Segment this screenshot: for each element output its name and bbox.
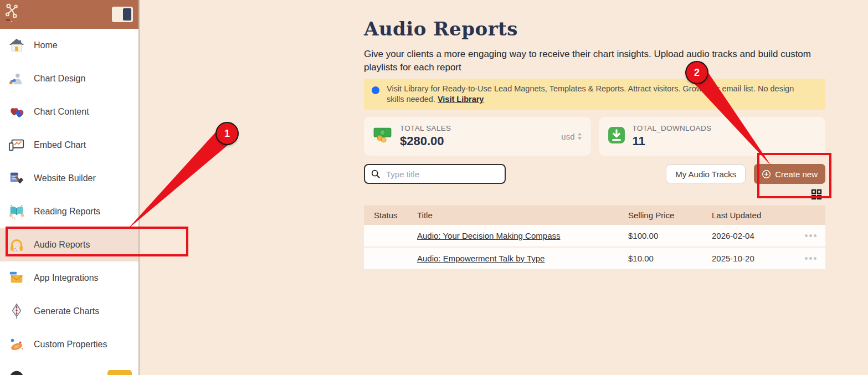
col-updated: Last Updated bbox=[712, 210, 789, 220]
col-title: Title bbox=[417, 210, 628, 220]
row-updated: 2025-10-20 bbox=[712, 254, 789, 263]
total-sales-texts: TOTAL SALES $280.00 bbox=[400, 124, 451, 148]
sidebar-item-custom-properties[interactable]: Custom Properties bbox=[0, 328, 138, 361]
sidebar-item-label: Chart Design bbox=[34, 74, 85, 84]
row-actions-menu[interactable] bbox=[789, 234, 825, 237]
audio-reports-table: Status Title Selling Price Last Updated … bbox=[364, 206, 825, 270]
sidebar-collapse-toggle[interactable] bbox=[112, 7, 133, 22]
my-audio-tracks-button[interactable]: My Audio Tracks bbox=[666, 165, 746, 183]
visit-library-link[interactable]: Visit Library bbox=[438, 95, 484, 104]
report-title-link[interactable]: Audio: Empowerment Talk by Type bbox=[417, 254, 628, 263]
reading-reports-icon bbox=[8, 203, 25, 220]
sidebar: Home Chart Design bbox=[0, 0, 140, 375]
sidebar-collapse-icon bbox=[123, 8, 131, 20]
currency-selector[interactable]: usd bbox=[561, 132, 582, 141]
row-actions-menu[interactable] bbox=[789, 257, 825, 260]
sidebar-item-chart-content[interactable]: Chart Content bbox=[0, 95, 138, 129]
row-price: $10.00 bbox=[628, 254, 712, 263]
page-title: Audio Reports bbox=[364, 17, 825, 41]
stats-cards: TOTAL SALES $280.00 usd bbox=[364, 117, 825, 156]
total-downloads-card: TOTAL_DOWNLOADS 11 bbox=[599, 117, 826, 156]
col-price: Selling Price bbox=[628, 210, 712, 220]
home-icon bbox=[8, 37, 25, 54]
sidebar-badge bbox=[107, 370, 132, 375]
banner-text: Visit Library for Ready-to-Use Lead Magn… bbox=[387, 84, 799, 105]
sidebar-item-app-integrations[interactable]: App Integrations bbox=[0, 261, 138, 295]
search-box bbox=[364, 164, 506, 184]
col-status: Status bbox=[374, 210, 417, 220]
toolbar: My Audio Tracks Create new bbox=[364, 164, 825, 184]
library-banner: Visit Library for Ready-to-Use Lead Magn… bbox=[364, 79, 825, 110]
grid-view-icon[interactable] bbox=[811, 189, 822, 200]
table-header: Status Title Selling Price Last Updated bbox=[364, 206, 825, 225]
search-icon bbox=[371, 169, 381, 179]
sidebar-item-audio-reports[interactable]: Audio Reports bbox=[0, 228, 138, 261]
total-sales-label: TOTAL SALES bbox=[400, 124, 451, 132]
sidebar-item-label: Reading Reports bbox=[34, 207, 100, 217]
sidebar-item-reading-reports[interactable]: Reading Reports bbox=[0, 195, 138, 228]
sidebar-item-label: Website Builder bbox=[34, 173, 96, 183]
download-icon bbox=[608, 126, 625, 146]
create-new-button[interactable]: Create new bbox=[754, 164, 825, 184]
sidebar-item-label: Embed Chart bbox=[34, 140, 86, 150]
plus-circle-icon bbox=[762, 169, 771, 179]
total-sales-card: TOTAL SALES $280.00 usd bbox=[364, 117, 591, 156]
sidebar-item-label: Chart Content bbox=[34, 107, 89, 117]
report-title-link[interactable]: Audio: Your Decision Making Compass bbox=[417, 231, 628, 240]
money-icon bbox=[373, 126, 393, 146]
row-updated: 2026-02-04 bbox=[712, 231, 789, 240]
total-downloads-texts: TOTAL_DOWNLOADS 11 bbox=[633, 124, 712, 148]
row-price: $100.00 bbox=[628, 231, 712, 240]
sidebar-item-label: App Integrations bbox=[34, 273, 99, 283]
search-input[interactable] bbox=[385, 169, 499, 179]
generate-charts-icon bbox=[8, 302, 25, 320]
view-toggle-row bbox=[364, 189, 825, 200]
main-content: Audio Reports Give your clients a more e… bbox=[364, 17, 825, 270]
sort-arrows-icon bbox=[577, 132, 582, 140]
sidebar-item-home[interactable]: Home bbox=[0, 29, 138, 62]
sidebar-item-label: Home bbox=[34, 40, 58, 50]
bullet-dot-icon bbox=[372, 86, 379, 94]
flag-hearts-icon bbox=[8, 103, 25, 121]
total-sales-value: $280.00 bbox=[400, 134, 451, 148]
embed-chart-icon bbox=[8, 136, 25, 154]
sidebar-header bbox=[0, 0, 138, 29]
sidebar-item-partial[interactable] bbox=[0, 361, 138, 375]
app-integrations-icon bbox=[8, 269, 25, 287]
dark-circle-icon bbox=[8, 369, 25, 375]
audio-reports-icon bbox=[8, 236, 25, 254]
sidebar-item-chart-design[interactable]: Chart Design bbox=[0, 62, 138, 95]
app-logo-icon bbox=[3, 3, 21, 26]
table-row: Audio: Empowerment Talk by Type $10.00 2… bbox=[364, 248, 825, 270]
sidebar-item-website-builder[interactable]: Website Builder bbox=[0, 162, 138, 195]
sidebar-item-embed-chart[interactable]: Embed Chart bbox=[0, 129, 138, 162]
sidebar-item-generate-charts[interactable]: Generate Charts bbox=[0, 295, 138, 328]
app-window: Home Chart Design bbox=[0, 0, 868, 375]
website-builder-icon bbox=[8, 169, 25, 187]
sidebar-item-label: Audio Reports bbox=[34, 240, 90, 250]
sidebar-nav: Home Chart Design bbox=[0, 29, 138, 375]
custom-properties-icon bbox=[8, 336, 25, 353]
page-description: Give your clients a more engaging way to… bbox=[364, 48, 825, 74]
total-downloads-label: TOTAL_DOWNLOADS bbox=[633, 124, 712, 132]
total-downloads-value: 11 bbox=[633, 134, 712, 148]
step-1-badge: 1 bbox=[217, 123, 238, 144]
sidebar-item-label: Custom Properties bbox=[34, 340, 107, 350]
sidebar-item-label: Generate Charts bbox=[34, 306, 99, 316]
table-row: Audio: Your Decision Making Compass $100… bbox=[364, 225, 825, 248]
arrow-to-audio-reports bbox=[127, 127, 234, 229]
chart-design-icon bbox=[8, 70, 25, 88]
